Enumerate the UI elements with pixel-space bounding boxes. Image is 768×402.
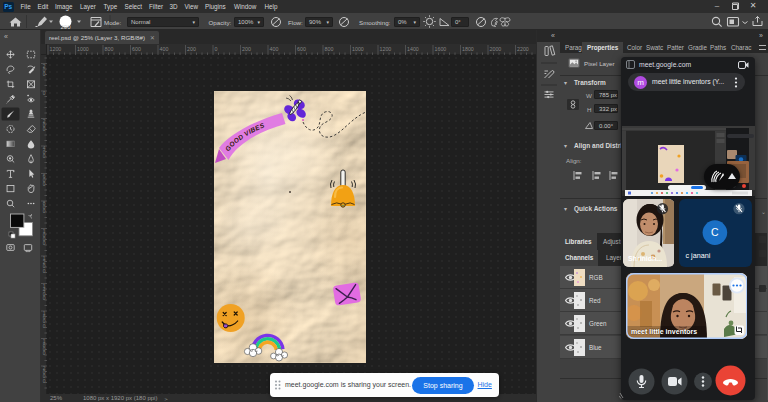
svg-text:Shrinidh...: Shrinidh... [628, 255, 662, 262]
svg-text:C: C [711, 228, 719, 239]
svg-text:meet little inventors: meet little inventors [631, 328, 697, 335]
svg-text:«: « [4, 33, 8, 40]
svg-text:c janani: c janani [685, 251, 710, 260]
